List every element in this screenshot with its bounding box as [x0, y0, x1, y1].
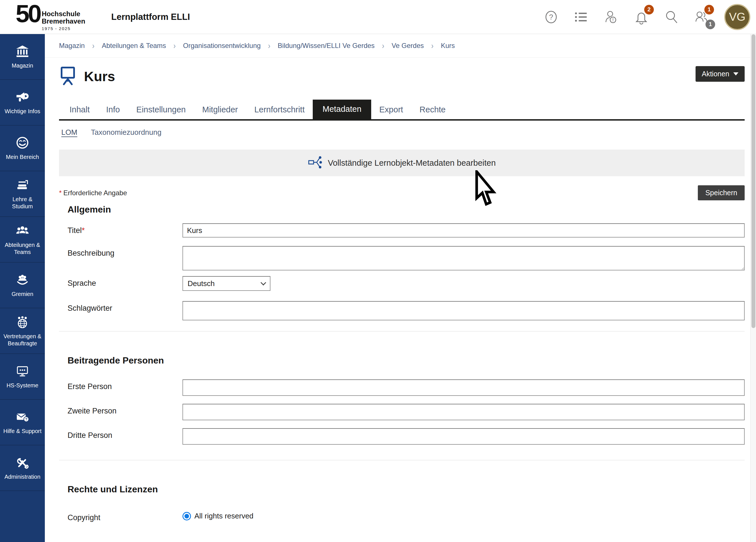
subtab-lom[interactable]: LOM [61, 128, 77, 137]
edit-full-metadata-banner[interactable]: Vollständige Lernobjekt-Metadaten bearbe… [59, 150, 745, 176]
vertical-scrollbar[interactable] [750, 34, 756, 542]
breadcrumb: Magazin › Abteilungen & Teams › Organisa… [45, 34, 756, 58]
section-rechte-title: Rechte und Lizenzen [68, 484, 745, 495]
aktionen-button[interactable]: Aktionen [696, 66, 745, 82]
metadata-network-icon [308, 155, 322, 171]
sidebar-item-hs-systeme[interactable]: HS-Systeme [0, 354, 45, 400]
sprache-selected-value: Deutsch [188, 279, 215, 288]
zweite-person-input[interactable] [182, 404, 745, 420]
sidebar-label: Gremien [12, 291, 33, 297]
titel-label: Titel* [68, 223, 182, 235]
erste-person-label: Erste Person [68, 379, 182, 391]
sidebar-item-mein-bereich[interactable]: Mein Bereich [0, 125, 45, 171]
breadcrumb-separator: › [382, 41, 384, 51]
schlagwoerter-input[interactable] [182, 301, 745, 320]
sidebar-item-administration[interactable]: Administration [0, 445, 45, 491]
required-asterisk: * [59, 189, 62, 197]
monitor-password-icon [15, 364, 30, 379]
copyright-label: Copyright [68, 511, 182, 522]
page-title: Kurs [84, 69, 115, 84]
section-personen-title: Beitragende Personen [68, 355, 745, 366]
breadcrumb-item[interactable]: Bildung/Wissen/ELLI Ve Gerdes [278, 42, 375, 50]
aktionen-label: Aktionen [702, 70, 729, 78]
megaphone-icon [15, 90, 30, 105]
sidebar-empty-area [0, 491, 45, 542]
tab-rechte[interactable]: Rechte [411, 101, 454, 119]
subtab-bar: LOM Taxonomiezuordnung [61, 128, 745, 137]
logo-line2: Bremerhaven [42, 18, 85, 25]
breadcrumb-item[interactable]: Ve Gerdes [392, 42, 424, 50]
sidebar-item-vertretungen[interactable]: Vertretungen & Beauftragte [0, 308, 45, 354]
course-board-icon [59, 66, 77, 87]
subtab-taxonomiezuordnung[interactable]: Taxonomiezuordnung [91, 128, 161, 137]
zweite-person-label: Zweite Person [68, 404, 182, 415]
sprache-select[interactable]: Deutsch [182, 276, 270, 291]
hand-people-icon [15, 273, 30, 288]
tab-einstellungen[interactable]: Einstellungen [128, 101, 194, 119]
svg-text:?: ? [25, 417, 28, 421]
speichern-button[interactable]: Speichern [698, 185, 745, 200]
tab-metadaten[interactable]: Metadaten [313, 100, 371, 119]
university-logo: 50 Hochschule Bremerhaven 1975 - 2025 [16, 3, 94, 31]
logo-line1: Hochschule [42, 10, 85, 17]
banner-label: Vollständige Lernobjekt-Metadaten bearbe… [328, 158, 496, 168]
sidebar-label: Hilfe & Support [3, 428, 42, 434]
chevron-down-icon [261, 280, 266, 285]
caret-down-icon [733, 72, 738, 75]
breadcrumb-separator: › [431, 41, 434, 51]
main-area: Magazin › Abteilungen & Teams › Organisa… [45, 34, 756, 542]
breadcrumb-item[interactable]: Magazin [59, 42, 85, 50]
copyright-option-label: All rights reserved [194, 512, 253, 520]
required-note: *Erforderliche Angabe [59, 189, 127, 197]
page-content: Kurs Aktionen Inhalt Info Einstellungen … [45, 58, 756, 542]
scrollbar-thumb[interactable] [751, 34, 755, 328]
top-header: 50 Hochschule Bremerhaven 1975 - 2025 Le… [0, 0, 756, 34]
erste-person-input[interactable] [182, 379, 745, 396]
sidebar-item-abteilungen-teams[interactable]: Abteilungen & Teams [0, 217, 45, 262]
tab-inhalt[interactable]: Inhalt [61, 101, 98, 119]
titel-required-asterisk: * [82, 226, 85, 235]
section-allgemein-title: Allgemein [68, 204, 745, 215]
list-menu-icon[interactable] [574, 9, 589, 25]
app-title: Lernplattform ELLI [111, 12, 190, 22]
logo-text: Hochschule Bremerhaven 1975 - 2025 [42, 10, 85, 31]
breadcrumb-item[interactable]: Abteilungen & Teams [102, 42, 166, 50]
dritte-person-input[interactable] [182, 428, 745, 445]
tab-mitglieder[interactable]: Mitglieder [194, 101, 246, 119]
sidebar-label: Abteilungen & Teams [2, 241, 43, 255]
logo-years: 1975 - 2025 [42, 26, 85, 31]
user-avatar[interactable]: VG [724, 4, 750, 30]
titel-input[interactable] [182, 223, 745, 238]
beschreibung-textarea[interactable] [182, 246, 745, 270]
sidebar-item-lehre-studium[interactable]: Lehre & Studium [0, 171, 45, 217]
bell-badge: 2 [644, 5, 654, 14]
breadcrumb-separator: › [92, 41, 95, 51]
header-icon-bar: ? ! [544, 4, 750, 30]
breadcrumb-separator: › [173, 41, 176, 51]
sidebar-item-gremien[interactable]: Gremien [0, 262, 45, 308]
titel-label-text: Titel [68, 226, 82, 235]
sidebar-item-magazin[interactable]: Magazin [0, 34, 45, 80]
section-divider [59, 331, 745, 331]
sidebar-item-wichtige-infos[interactable]: Wichtige Infos [0, 80, 45, 125]
schlagwoerter-label: Schlagwörter [68, 301, 182, 313]
user-session-alert-icon[interactable]: ! [604, 9, 619, 25]
sidebar-label: Magazin [12, 62, 33, 69]
globe-people-icon [15, 315, 30, 330]
tab-lernfortschritt[interactable]: Lernfortschritt [246, 101, 313, 119]
people-group-icon [15, 224, 30, 239]
help-icon[interactable]: ? [544, 9, 558, 25]
tools-icon [15, 455, 30, 471]
svg-text:?: ? [549, 13, 553, 21]
required-note-text: Erforderliche Angabe [63, 189, 127, 197]
sidebar-item-hilfe-support[interactable]: ? Hilfe & Support [0, 400, 45, 445]
tab-export[interactable]: Export [371, 101, 411, 119]
breadcrumb-item[interactable]: Organisationsentwicklung [183, 42, 261, 50]
copyright-radio[interactable] [182, 512, 191, 520]
search-icon[interactable] [664, 9, 679, 25]
breadcrumb-item[interactable]: Kurs [441, 42, 455, 50]
radio-dot [184, 514, 189, 518]
tab-info[interactable]: Info [98, 101, 128, 119]
contacts-icon[interactable]: 1 1 [694, 9, 709, 25]
notifications-bell-icon[interactable]: 2 [634, 9, 649, 25]
